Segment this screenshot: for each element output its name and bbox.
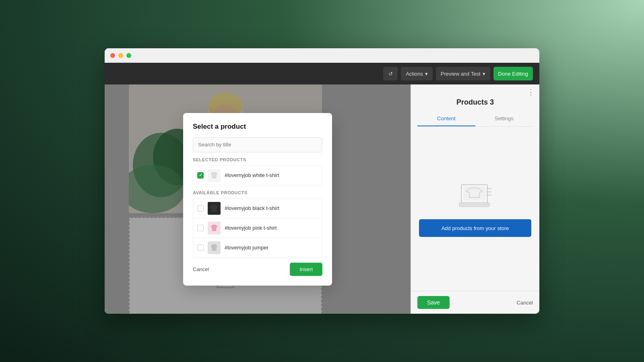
maximize-dot[interactable] [126, 53, 131, 58]
product-item-3[interactable]: #lovemyjob pink t-shirt [193, 218, 322, 238]
product-checkbox-1[interactable]: ✓ [197, 172, 204, 179]
product-checkbox-3[interactable] [197, 225, 204, 231]
modal-title: Select a product [193, 123, 322, 131]
modal-overlay: Select a product SELECTED PRODUCTS ✓ [105, 84, 411, 314]
checkmark-icon: ✓ [199, 173, 202, 178]
minimize-dot[interactable] [118, 53, 123, 58]
save-button[interactable]: Save [417, 296, 450, 309]
product-name-3: #lovemyjob pink t-shirt [225, 225, 277, 231]
titlebar [105, 48, 539, 63]
actions-button[interactable]: Actions ▾ [401, 67, 433, 80]
panel-footer: Save Cancel [411, 291, 539, 314]
modal-footer: Cancel Insert [193, 263, 322, 276]
product-item-selected-1[interactable]: ✓ #lovemyjob white t-shirt [193, 166, 322, 185]
actions-label: Actions [406, 71, 423, 77]
product-item-2[interactable]: #lovemyjob black t-shirt [193, 199, 322, 218]
panel-tabs: Content Settings [417, 111, 533, 127]
product-name-1: #lovemyjob white t-shirt [225, 172, 279, 178]
product-name-2: #lovemyjob black t-shirt [225, 205, 279, 211]
product-name-4: #lovemyjob jumper [225, 245, 268, 251]
panel-product-icon [457, 181, 493, 213]
preview-button[interactable]: Preview and Test ▾ [436, 67, 490, 80]
done-label: Done Editing [498, 71, 528, 77]
product-thumb-1 [208, 169, 221, 182]
modal-insert-button[interactable]: Insert [290, 263, 322, 276]
panel-dots-row: ⋮ [411, 84, 539, 97]
product-checkbox-4[interactable] [197, 245, 204, 251]
add-products-button[interactable]: Add products from your store [419, 219, 531, 237]
canvas-area: #my Click here to grab a [105, 84, 411, 314]
browser-window: ↺ Actions ▾ Preview and Test ▾ Done Edit… [105, 48, 539, 314]
history-button[interactable]: ↺ [383, 67, 398, 80]
available-products-list: #lovemyjob black t-shirt #lovemyjob pink… [193, 198, 322, 258]
preview-chevron-icon: ▾ [483, 71, 485, 77]
search-input[interactable] [193, 137, 322, 152]
toolbar: ↺ Actions ▾ Preview and Test ▾ Done Edit… [105, 63, 539, 84]
panel-title: Products 3 [411, 97, 539, 111]
actions-chevron-icon: ▾ [425, 71, 428, 77]
panel-body: Add products from your store [411, 127, 539, 291]
panel-more-icon[interactable]: ⋮ [527, 88, 535, 97]
product-laptop-icon [457, 181, 493, 213]
done-editing-button[interactable]: Done Editing [493, 67, 533, 80]
product-thumb-2 [208, 202, 221, 215]
selected-section-label: SELECTED PRODUCTS [193, 157, 322, 164]
main-area: #my Click here to grab a [105, 84, 539, 314]
modal-cancel-button[interactable]: Cancel [193, 263, 209, 276]
tab-settings[interactable]: Settings [475, 111, 533, 126]
selected-products-list: ✓ #lovemyjob white t-shirt [193, 165, 322, 185]
product-thumb-3 [208, 222, 221, 234]
product-checkbox-2[interactable] [197, 205, 204, 212]
available-section-label: AVAILABLE PRODUCTS [193, 190, 322, 197]
cancel-button[interactable]: Cancel [517, 300, 533, 306]
product-thumb-4 [208, 241, 221, 254]
right-panel: ⋮ Products 3 Content Settings [411, 84, 539, 314]
preview-label: Preview and Test [441, 71, 481, 77]
history-icon: ↺ [388, 71, 393, 77]
product-item-4[interactable]: #lovemyjob jumper [193, 238, 322, 257]
tab-content[interactable]: Content [417, 111, 475, 126]
select-product-modal: Select a product SELECTED PRODUCTS ✓ [183, 113, 332, 286]
close-dot[interactable] [110, 53, 115, 58]
svg-rect-11 [463, 186, 485, 200]
